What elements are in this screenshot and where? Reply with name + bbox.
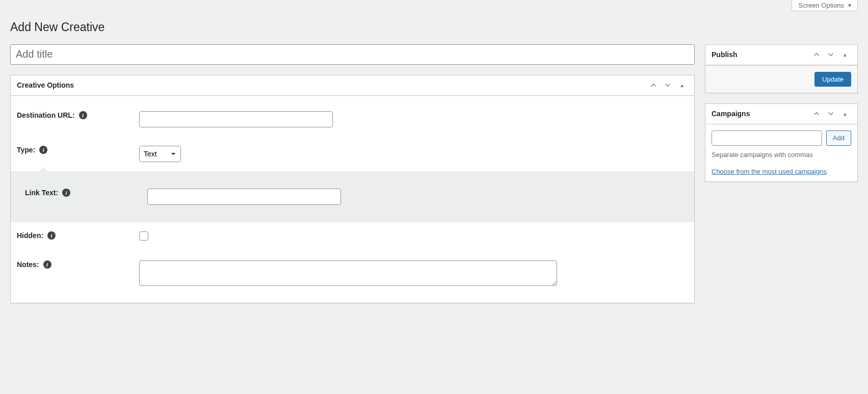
toggle-panel-button[interactable]: ▲: [839, 48, 851, 61]
link-text-label: Link Text:: [25, 189, 58, 197]
toggle-panel-button[interactable]: ▲: [839, 108, 851, 120]
page-title: Add New Creative: [10, 15, 858, 37]
hidden-checkbox[interactable]: [139, 231, 148, 241]
campaigns-panel: Campaigns ▲ Add Separate campaigns with …: [705, 103, 858, 182]
title-input[interactable]: [10, 44, 695, 65]
creative-options-panel: Creative Options ▲ Destination: [10, 75, 695, 303]
move-down-button[interactable]: [825, 108, 837, 120]
chevron-up-icon: [812, 109, 821, 118]
add-campaign-button[interactable]: Add: [826, 130, 851, 146]
chevron-up-icon: [649, 81, 658, 90]
chevron-up-icon: [812, 50, 821, 59]
screen-options-label: Screen Options: [798, 2, 844, 9]
most-used-campaigns-link[interactable]: Choose from the most used campaigns: [712, 168, 827, 175]
move-up-button[interactable]: [810, 48, 823, 61]
link-text-input[interactable]: [147, 189, 341, 205]
notes-textarea[interactable]: [139, 260, 557, 286]
campaigns-input[interactable]: [712, 130, 822, 146]
move-down-button[interactable]: [825, 48, 837, 61]
type-label: Type:: [17, 146, 35, 154]
destination-url-label: Destination URL:: [17, 111, 75, 119]
notes-label: Notes:: [17, 260, 39, 269]
chevron-down-icon: [826, 109, 835, 118]
move-down-button[interactable]: [662, 79, 674, 91]
screen-options-toggle[interactable]: Screen Options ▼: [792, 0, 858, 11]
update-button[interactable]: Update: [814, 72, 851, 87]
hidden-label: Hidden:: [17, 231, 43, 240]
triangle-up-icon: ▲: [679, 83, 685, 88]
info-icon[interactable]: i: [79, 111, 87, 119]
publish-panel-title: Publish: [712, 50, 738, 59]
move-up-button[interactable]: [647, 79, 660, 91]
campaigns-panel-title: Campaigns: [712, 110, 750, 118]
info-icon[interactable]: i: [62, 189, 70, 197]
publish-panel: Publish ▲ Update: [705, 44, 858, 93]
move-up-button[interactable]: [810, 108, 823, 120]
type-select[interactable]: Text: [139, 146, 181, 162]
campaigns-howto: Separate campaigns with commas: [712, 151, 851, 159]
triangle-up-icon: ▲: [843, 52, 848, 58]
triangle-up-icon: ▲: [843, 111, 848, 117]
info-icon[interactable]: i: [47, 231, 56, 240]
chevron-down-icon: [826, 50, 835, 59]
destination-url-input[interactable]: [139, 111, 333, 127]
triangle-down-icon: ▼: [847, 3, 852, 8]
chevron-down-icon: [663, 81, 672, 90]
toggle-panel-button[interactable]: ▲: [676, 79, 688, 91]
info-icon[interactable]: i: [43, 260, 51, 269]
info-icon[interactable]: i: [39, 146, 47, 154]
creative-options-title: Creative Options: [17, 81, 74, 89]
